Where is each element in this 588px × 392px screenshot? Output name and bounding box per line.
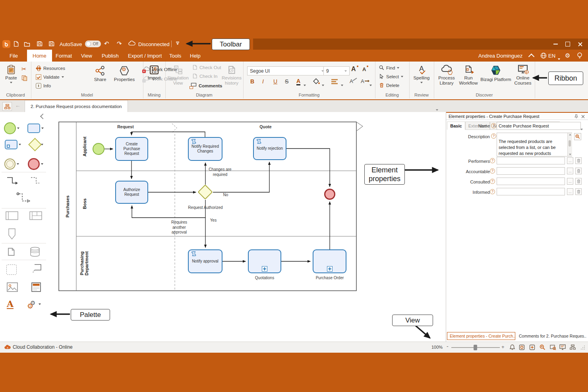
menu-format[interactable]: Format (50, 50, 77, 62)
palette-start-event[interactable] (4, 122, 19, 134)
text-direction-caret-icon[interactable] (369, 82, 372, 87)
open-file-button[interactable] (24, 41, 30, 47)
palette-image[interactable] (7, 282, 18, 294)
new-file-button[interactable] (13, 41, 19, 47)
globe-icon[interactable] (540, 52, 547, 60)
collapse-palette-chevron-icon[interactable] (40, 114, 46, 119)
font-color-caret-icon[interactable] (304, 82, 306, 87)
performers-help-icon[interactable]: ? (490, 158, 495, 163)
collapse-ribbon-chevron-icon[interactable] (528, 54, 535, 60)
accountable-browse-button[interactable]: ... (567, 168, 573, 174)
palette-pool[interactable] (6, 211, 18, 222)
shrink-font-button[interactable]: A (362, 66, 366, 72)
text-direction-button[interactable]: A (361, 78, 364, 84)
name-input[interactable] (497, 122, 581, 130)
align-text-button[interactable] (331, 79, 338, 84)
zoom-in-tool-icon[interactable] (540, 344, 545, 351)
properties-button[interactable]: ⚙ Properties (112, 66, 137, 82)
diagram-canvas[interactable]: Purchases Applicant Boss Purchasing Depa… (48, 112, 446, 342)
underline-button[interactable]: U (273, 78, 277, 85)
align-caret-icon[interactable] (341, 82, 343, 87)
task-notify-approval[interactable]: Notify approval (188, 249, 222, 273)
grow-font-button[interactable]: A (351, 66, 356, 73)
language-selector[interactable]: EN (547, 50, 557, 62)
share-button[interactable]: Share (91, 66, 109, 82)
customize-toolbar-button[interactable] (176, 42, 179, 45)
palette-group[interactable] (6, 265, 17, 275)
informed-clear-button[interactable] (575, 188, 582, 195)
pin-icon[interactable] (574, 114, 578, 120)
run-workflow-button[interactable]: ⚙ Run Workflow (458, 65, 478, 86)
fill-color-button[interactable] (313, 78, 320, 86)
palette-data-object[interactable] (7, 246, 15, 259)
undo-button[interactable]: ↶ (104, 40, 109, 47)
palette-end-event[interactable] (28, 158, 43, 170)
save-button[interactable] (37, 41, 43, 47)
resources-button[interactable]: Resources (36, 66, 65, 71)
settings-gear-icon[interactable]: ⚙ (565, 52, 570, 59)
tab-list-caret-icon[interactable] (436, 105, 438, 112)
process-library-button[interactable]: Process Library (436, 65, 457, 86)
find-button[interactable]: Find (379, 65, 399, 70)
bottom-tab-comments[interactable]: Comments for 2. Purchase Reques... (516, 332, 587, 340)
autosave-toggle[interactable]: Off (85, 41, 101, 47)
close-button[interactable] (577, 41, 583, 47)
task-create-purchase-request[interactable]: Create Purchase Request (115, 137, 148, 161)
zoom-out-button[interactable]: - (447, 343, 449, 350)
performers-clear-button[interactable] (575, 157, 582, 164)
palette-intermediate-event[interactable] (4, 158, 19, 170)
palette-milestone[interactable] (7, 228, 17, 241)
palette-text[interactable]: A (7, 299, 14, 309)
menu-view[interactable]: View (75, 50, 98, 62)
notifications-bell-icon[interactable] (509, 344, 515, 351)
back-arrow-icon[interactable]: ← (15, 102, 21, 108)
informed-input[interactable] (497, 188, 565, 195)
menu-export-import[interactable]: Export / Import (122, 50, 167, 62)
bizagi-platform-button[interactable]: Bizagi Platform (480, 65, 512, 82)
process-map-button[interactable] (2, 102, 12, 111)
description-help-icon[interactable]: ? (491, 133, 496, 139)
italic-button[interactable]: I (262, 78, 264, 85)
menu-help[interactable]: Help (184, 50, 206, 62)
consulted-browse-button[interactable]: ... (567, 178, 573, 185)
task-authorize-request[interactable]: Authorize Request (115, 181, 148, 204)
pan-mode-icon[interactable] (529, 344, 535, 351)
save-as-button[interactable] (48, 41, 54, 47)
palette-subprocess[interactable] (5, 140, 21, 149)
palette-custom-artifact[interactable] (31, 282, 41, 294)
palette-gateway[interactable] (30, 140, 43, 149)
overview-pane-icon[interactable] (550, 344, 556, 351)
palette-sequence-flow[interactable] (6, 176, 18, 189)
validate-button[interactable]: Validate (36, 74, 64, 80)
menu-tools[interactable]: Tools (164, 50, 187, 62)
delete-button[interactable]: Delete (379, 83, 399, 88)
accountable-input[interactable] (497, 167, 565, 175)
zoom-slider-handle[interactable] (474, 345, 477, 350)
palette-data-store[interactable] (29, 246, 41, 259)
palette-converters[interactable]: ⚙ ⚙ (27, 299, 41, 309)
close-panel-icon[interactable] (581, 114, 585, 119)
end-event[interactable] (324, 189, 335, 200)
strikethrough-button[interactable]: S (285, 78, 288, 85)
consulted-clear-button[interactable] (575, 178, 582, 185)
performers-browse-button[interactable]: ... (567, 157, 573, 164)
task-notify-required-changes[interactable]: Notify Required Changes (188, 137, 222, 161)
gateway-request-authorized[interactable] (197, 184, 213, 199)
palette-lane[interactable] (29, 211, 42, 222)
zoom-in-button[interactable]: + (501, 344, 505, 350)
info-button[interactable]: Info (36, 83, 51, 89)
menu-file[interactable]: File (4, 50, 23, 62)
user-account-button[interactable]: Andrea Dominguez (473, 50, 528, 62)
bottom-tab-element-properties[interactable]: Element properties - Create Purch... (447, 332, 515, 340)
fit-to-window-icon[interactable] (519, 344, 525, 351)
comments-button[interactable]: Comments (191, 83, 222, 89)
informed-browse-button[interactable]: ... (567, 188, 573, 195)
bold-button[interactable]: B (250, 78, 254, 85)
informed-help-icon[interactable]: ? (490, 189, 495, 194)
redo-button[interactable]: ↷ (117, 40, 122, 47)
palette-task[interactable] (27, 124, 44, 133)
import-button[interactable]: Import (146, 66, 162, 81)
minimize-button[interactable] (552, 41, 559, 47)
presentation-mode-icon[interactable] (559, 344, 566, 351)
select-button[interactable]: Select (379, 74, 403, 79)
